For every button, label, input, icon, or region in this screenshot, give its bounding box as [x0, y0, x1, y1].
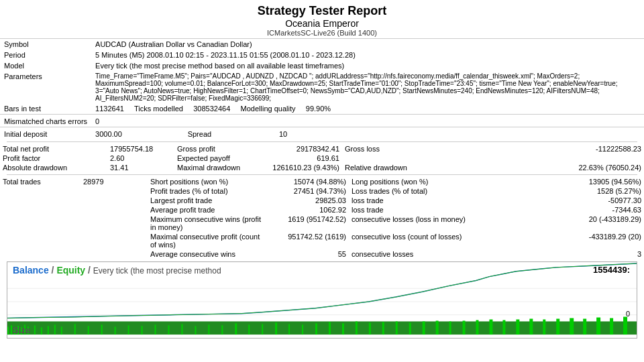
svg-rect-19: [101, 324, 103, 335]
maximal-consec-row: Maximal consecutive profit (count of win…: [0, 232, 644, 249]
ticks-label: Ticks modelled: [134, 105, 183, 113]
mismatched-row: Mismatched charts errors 0: [0, 115, 644, 127]
largest-profit-label: Largest profit trade: [148, 196, 268, 205]
gross-loss-label: Gross loss: [342, 144, 429, 154]
max-drawdown-value: 1261610.23 (9.43%): [268, 163, 342, 172]
svg-rect-50: [516, 319, 519, 335]
chart-legend: Balance / Equity / Every tick (the most …: [13, 265, 221, 276]
report-build: ICMarketsSC-Live26 (Build 1400): [0, 29, 644, 37]
svg-rect-12: [34, 325, 36, 335]
svg-rect-54: [570, 318, 574, 335]
loss-trades-label: Loss trades (% of total): [349, 186, 470, 196]
max-drawdown-label: Maximal drawdown: [174, 163, 268, 172]
svg-rect-33: [288, 324, 290, 335]
svg-rect-13: [41, 327, 42, 335]
drawdown-row: Absolute drawdown 31.41 Maximal drawdown…: [0, 163, 644, 172]
profit-trades-value: 27451 (94.73%): [268, 186, 349, 196]
report-title: Strategy Tester Report: [0, 4, 644, 18]
svg-rect-32: [275, 322, 277, 335]
total-trades-label: Total trades: [0, 177, 80, 186]
total-net-label: Total net profit: [0, 144, 107, 154]
svg-rect-25: [181, 324, 182, 335]
svg-rect-44: [436, 320, 439, 335]
rel-drawdown-label: Relative drawdown: [342, 163, 429, 172]
svg-rect-14: [48, 326, 49, 335]
info-table: Symbol AUDCAD (Australian Dollar vs Cana…: [0, 39, 644, 139]
svg-rect-55: [583, 319, 586, 335]
average-consec-wins-label: Average consecutive wins: [148, 249, 268, 259]
largest-loss-label: loss trade: [349, 196, 470, 205]
svg-rect-26: [195, 326, 196, 335]
svg-rect-51: [529, 319, 533, 335]
average-loss-label: loss trade: [349, 205, 470, 215]
total-trades-value: 28979: [80, 177, 148, 186]
svg-rect-28: [221, 325, 223, 335]
gross-profit-value: 29178342.41: [268, 144, 342, 154]
profit-trades-label: Profit trades (% of total): [148, 186, 268, 196]
deposit-label: Initial deposit: [0, 127, 91, 140]
svg-rect-18: [88, 326, 89, 335]
max-consec-losses-value: 20 (-433189.29): [470, 215, 644, 232]
svg-rect-41: [396, 321, 398, 335]
gross-loss-value: -11222588.23: [429, 144, 644, 154]
short-positions-label: Short positions (won %): [148, 177, 268, 186]
separator-2: /: [88, 265, 93, 276]
svg-rect-24: [168, 325, 169, 335]
mismatched-value: 0: [91, 115, 644, 127]
largest-loss-value: -50977.30: [470, 196, 644, 205]
svg-rect-27: [208, 324, 209, 335]
maximal-consec-profit-label: Maximal consecutive profit (count of win…: [148, 232, 268, 249]
deposit-row-data: 3000.00 Spread 10: [91, 127, 644, 140]
period-label: Period: [0, 50, 91, 60]
period-row: Period 5 Minutes (M5) 2008.01.10 02:15 -…: [0, 50, 644, 60]
long-positions-value: 13905 (94.56%): [470, 177, 644, 186]
svg-rect-29: [235, 323, 237, 335]
svg-rect-47: [476, 320, 479, 335]
rel-drawdown-value: 22.63% (76050.24): [429, 163, 644, 172]
svg-rect-6: [11, 325, 12, 335]
svg-rect-20: [115, 326, 116, 335]
divider-2: [7, 174, 637, 175]
chart-zero-label: 0: [626, 310, 630, 318]
svg-rect-21: [128, 325, 129, 335]
svg-rect-40: [382, 322, 384, 335]
svg-rect-5: [7, 326, 9, 335]
max-consec-wins-row: Maximum consecutive wins (profit in mone…: [0, 215, 644, 232]
average-trade-row: Average profit trade 1062.92 loss trade …: [0, 205, 644, 215]
average-consec-losses-label: consecutive losses: [349, 249, 470, 259]
svg-rect-58: [623, 317, 627, 335]
svg-rect-53: [556, 319, 559, 335]
average-loss-value: -7344.63: [470, 205, 644, 215]
gross-profit-label: Gross profit: [174, 144, 268, 154]
total-trades-row: Total trades 28979 Short positions (won …: [0, 177, 644, 186]
bars-value: 1132641: [95, 105, 124, 113]
modelling-label: Modelling quality: [241, 105, 296, 113]
maximal-consec-profit-value: 951742.52 (1619): [268, 232, 349, 249]
parameters-value: Time_Frame="TimeFrame.M5"; Pairs="AUDCAD…: [91, 71, 644, 103]
spread-value: 10: [279, 130, 287, 138]
report-subtitle: Oceania Emperor: [0, 18, 644, 29]
svg-rect-23: [155, 324, 156, 335]
average-consec-row: Average consecutive wins 55 consecutive …: [0, 249, 644, 259]
max-consec-wins-label: Maximum consecutive wins (profit in mone…: [148, 215, 268, 232]
average-profit-value: 1062.92: [268, 205, 349, 215]
symbol-value: AUDCAD (Australian Dollar vs Canadian Do…: [91, 39, 644, 50]
svg-rect-45: [449, 321, 451, 335]
bars-row: Bars in test 1132641 Ticks modelled 3085…: [0, 103, 644, 115]
svg-rect-49: [502, 320, 505, 335]
model-row: Model Every tick (the most precise metho…: [0, 60, 644, 71]
average-consec-losses-value: 3: [470, 249, 644, 259]
svg-rect-30: [248, 324, 250, 335]
largest-trade-row: Largest profit trade 29825.03 loss trade…: [0, 196, 644, 205]
ticks-value: 308532464: [193, 105, 230, 113]
abs-drawdown-value: 31.41: [107, 163, 174, 172]
svg-rect-46: [463, 320, 466, 335]
spread-label: Spread: [188, 130, 211, 138]
profit-trades-row: Profit trades (% of total) 27451 (94.73%…: [0, 186, 644, 196]
svg-rect-15: [54, 324, 56, 335]
chart-current-value: 1554439:: [593, 265, 630, 275]
svg-rect-42: [409, 322, 411, 335]
max-consec-losses-label: consecutive losses (loss in money): [349, 215, 470, 232]
maximal-consec-loss-label: consecutive loss (count of losses): [349, 232, 470, 249]
net-profit-row: Total net profit 17955754.18 Gross profi…: [0, 144, 644, 154]
